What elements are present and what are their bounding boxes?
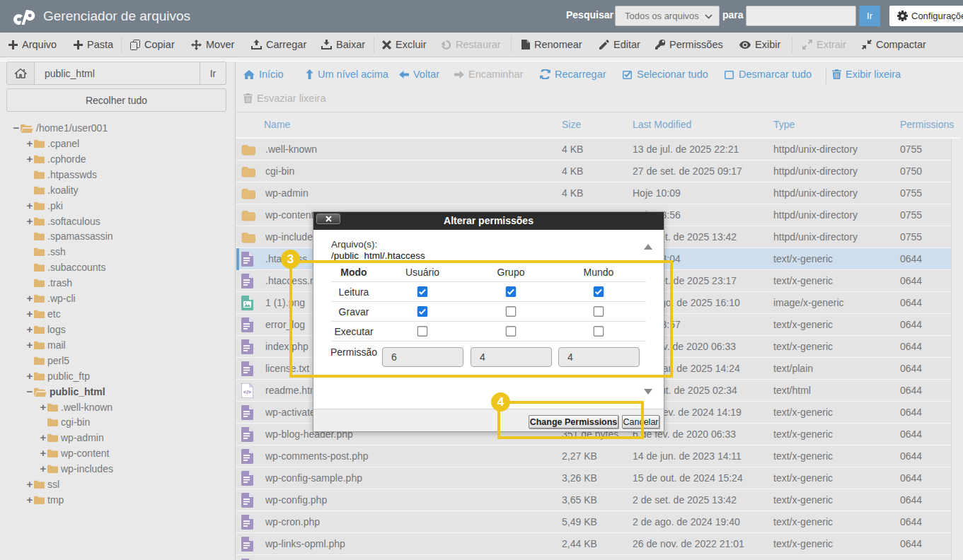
svg-text:</>: </> [243, 389, 252, 395]
